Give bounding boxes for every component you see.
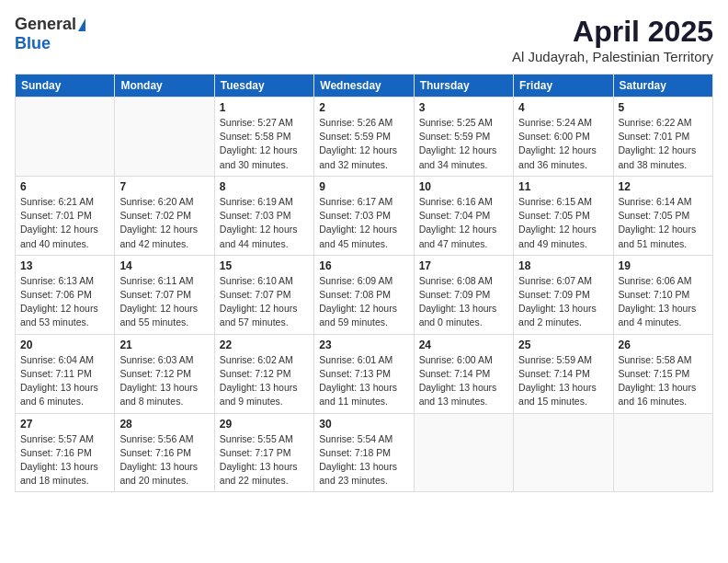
- day-number: 10: [419, 180, 508, 193]
- day-detail: Sunrise: 6:21 AM Sunset: 7:01 PM Dayligh…: [20, 195, 109, 251]
- day-number: 9: [319, 180, 408, 193]
- day-number: 5: [619, 101, 708, 114]
- month-title: April 2025: [512, 15, 713, 49]
- day-detail: Sunrise: 6:10 AM Sunset: 7:07 PM Dayligh…: [220, 274, 309, 330]
- header-thursday: Thursday: [414, 75, 513, 98]
- logo-blue-text: Blue: [15, 34, 51, 53]
- day-detail: Sunrise: 5:26 AM Sunset: 5:59 PM Dayligh…: [319, 116, 408, 172]
- table-row: 18Sunrise: 6:07 AM Sunset: 7:09 PM Dayli…: [514, 255, 613, 334]
- day-detail: Sunrise: 6:17 AM Sunset: 7:03 PM Dayligh…: [319, 195, 408, 251]
- table-row: 16Sunrise: 6:09 AM Sunset: 7:08 PM Dayli…: [314, 255, 414, 334]
- week-row-4: 20Sunrise: 6:04 AM Sunset: 7:11 PM Dayli…: [16, 334, 713, 413]
- day-number: 19: [619, 259, 708, 272]
- table-row: [16, 98, 115, 177]
- day-number: 6: [20, 180, 109, 193]
- table-row: 13Sunrise: 6:13 AM Sunset: 7:06 PM Dayli…: [16, 255, 115, 334]
- day-detail: Sunrise: 6:14 AM Sunset: 7:05 PM Dayligh…: [619, 195, 708, 251]
- day-number: 7: [119, 180, 209, 193]
- table-row: 21Sunrise: 6:03 AM Sunset: 7:12 PM Dayli…: [115, 334, 214, 413]
- day-detail: Sunrise: 6:19 AM Sunset: 7:03 PM Dayligh…: [220, 195, 309, 251]
- day-number: 2: [319, 101, 408, 114]
- title-area: April 2025 Al Judayrah, Palestinian Terr…: [512, 15, 713, 64]
- table-row: 6Sunrise: 6:21 AM Sunset: 7:01 PM Daylig…: [16, 176, 115, 255]
- weekday-header-row: Sunday Monday Tuesday Wednesday Thursday…: [16, 75, 713, 98]
- day-number: 21: [119, 339, 209, 351]
- header-sunday: Sunday: [16, 75, 115, 98]
- table-row: [115, 98, 214, 177]
- table-row: 1Sunrise: 5:27 AM Sunset: 5:58 PM Daylig…: [214, 98, 313, 177]
- header-saturday: Saturday: [613, 75, 712, 98]
- day-number: 16: [319, 259, 408, 272]
- day-number: 11: [518, 180, 608, 193]
- day-number: 17: [419, 259, 508, 272]
- day-number: 24: [419, 339, 508, 351]
- day-detail: Sunrise: 5:24 AM Sunset: 6:00 PM Dayligh…: [518, 116, 608, 172]
- table-row: [613, 413, 712, 492]
- day-number: 4: [518, 101, 608, 114]
- location-title: Al Judayrah, Palestinian Territory: [512, 49, 713, 64]
- day-number: 13: [20, 259, 109, 272]
- day-number: 20: [20, 339, 109, 351]
- logo-general-text: General: [15, 15, 76, 34]
- day-number: 8: [220, 180, 309, 193]
- table-row: 14Sunrise: 6:11 AM Sunset: 7:07 PM Dayli…: [115, 255, 214, 334]
- day-detail: Sunrise: 6:03 AM Sunset: 7:12 PM Dayligh…: [119, 353, 209, 409]
- logo: General Blue: [15, 15, 85, 53]
- day-detail: Sunrise: 5:56 AM Sunset: 7:16 PM Dayligh…: [119, 432, 209, 488]
- table-row: 17Sunrise: 6:08 AM Sunset: 7:09 PM Dayli…: [414, 255, 513, 334]
- table-row: [514, 413, 613, 492]
- table-row: 8Sunrise: 6:19 AM Sunset: 7:03 PM Daylig…: [214, 176, 313, 255]
- table-row: 26Sunrise: 5:58 AM Sunset: 7:15 PM Dayli…: [613, 334, 712, 413]
- day-detail: Sunrise: 5:54 AM Sunset: 7:18 PM Dayligh…: [319, 432, 408, 488]
- day-detail: Sunrise: 6:13 AM Sunset: 7:06 PM Dayligh…: [20, 274, 109, 330]
- day-detail: Sunrise: 6:09 AM Sunset: 7:08 PM Dayligh…: [319, 274, 408, 330]
- table-row: 11Sunrise: 6:15 AM Sunset: 7:05 PM Dayli…: [514, 176, 613, 255]
- day-number: 26: [619, 339, 708, 351]
- week-row-1: 1Sunrise: 5:27 AM Sunset: 5:58 PM Daylig…: [16, 98, 713, 177]
- day-detail: Sunrise: 5:25 AM Sunset: 5:59 PM Dayligh…: [419, 116, 508, 172]
- day-number: 27: [20, 418, 109, 431]
- day-detail: Sunrise: 6:06 AM Sunset: 7:10 PM Dayligh…: [619, 274, 708, 330]
- day-detail: Sunrise: 6:15 AM Sunset: 7:05 PM Dayligh…: [518, 195, 608, 251]
- table-row: 25Sunrise: 5:59 AM Sunset: 7:14 PM Dayli…: [514, 334, 613, 413]
- table-row: 12Sunrise: 6:14 AM Sunset: 7:05 PM Dayli…: [613, 176, 712, 255]
- day-number: 14: [119, 259, 209, 272]
- day-number: 28: [119, 418, 209, 431]
- week-row-3: 13Sunrise: 6:13 AM Sunset: 7:06 PM Dayli…: [16, 255, 713, 334]
- day-detail: Sunrise: 5:27 AM Sunset: 5:58 PM Dayligh…: [220, 116, 309, 172]
- day-number: 3: [419, 101, 508, 114]
- table-row: 4Sunrise: 5:24 AM Sunset: 6:00 PM Daylig…: [514, 98, 613, 177]
- table-row: 22Sunrise: 6:02 AM Sunset: 7:12 PM Dayli…: [214, 334, 313, 413]
- table-row: 30Sunrise: 5:54 AM Sunset: 7:18 PM Dayli…: [314, 413, 414, 492]
- table-row: 29Sunrise: 5:55 AM Sunset: 7:17 PM Dayli…: [214, 413, 313, 492]
- table-row: 5Sunrise: 6:22 AM Sunset: 7:01 PM Daylig…: [613, 98, 712, 177]
- table-row: 20Sunrise: 6:04 AM Sunset: 7:11 PM Dayli…: [16, 334, 115, 413]
- table-row: 24Sunrise: 6:00 AM Sunset: 7:14 PM Dayli…: [414, 334, 513, 413]
- day-number: 18: [518, 259, 608, 272]
- week-row-2: 6Sunrise: 6:21 AM Sunset: 7:01 PM Daylig…: [16, 176, 713, 255]
- table-row: 2Sunrise: 5:26 AM Sunset: 5:59 PM Daylig…: [314, 98, 414, 177]
- day-detail: Sunrise: 6:04 AM Sunset: 7:11 PM Dayligh…: [20, 353, 109, 409]
- header-monday: Monday: [115, 75, 214, 98]
- header-tuesday: Tuesday: [214, 75, 313, 98]
- table-row: [414, 413, 513, 492]
- day-number: 12: [619, 180, 708, 193]
- day-detail: Sunrise: 6:07 AM Sunset: 7:09 PM Dayligh…: [518, 274, 608, 330]
- logo-arrow-icon: [78, 18, 85, 31]
- day-number: 30: [319, 418, 408, 431]
- week-row-5: 27Sunrise: 5:57 AM Sunset: 7:16 PM Dayli…: [16, 413, 713, 492]
- table-row: 10Sunrise: 6:16 AM Sunset: 7:04 PM Dayli…: [414, 176, 513, 255]
- table-row: 3Sunrise: 5:25 AM Sunset: 5:59 PM Daylig…: [414, 98, 513, 177]
- table-row: 19Sunrise: 6:06 AM Sunset: 7:10 PM Dayli…: [613, 255, 712, 334]
- day-detail: Sunrise: 5:55 AM Sunset: 7:17 PM Dayligh…: [220, 432, 309, 488]
- day-detail: Sunrise: 6:11 AM Sunset: 7:07 PM Dayligh…: [119, 274, 209, 330]
- day-detail: Sunrise: 6:00 AM Sunset: 7:14 PM Dayligh…: [419, 353, 508, 409]
- day-detail: Sunrise: 5:57 AM Sunset: 7:16 PM Dayligh…: [20, 432, 109, 488]
- table-row: 15Sunrise: 6:10 AM Sunset: 7:07 PM Dayli…: [214, 255, 313, 334]
- day-detail: Sunrise: 5:58 AM Sunset: 7:15 PM Dayligh…: [619, 353, 708, 409]
- day-number: 1: [220, 101, 309, 114]
- day-detail: Sunrise: 5:59 AM Sunset: 7:14 PM Dayligh…: [518, 353, 608, 409]
- day-detail: Sunrise: 6:16 AM Sunset: 7:04 PM Dayligh…: [419, 195, 508, 251]
- table-row: 23Sunrise: 6:01 AM Sunset: 7:13 PM Dayli…: [314, 334, 414, 413]
- day-detail: Sunrise: 6:08 AM Sunset: 7:09 PM Dayligh…: [419, 274, 508, 330]
